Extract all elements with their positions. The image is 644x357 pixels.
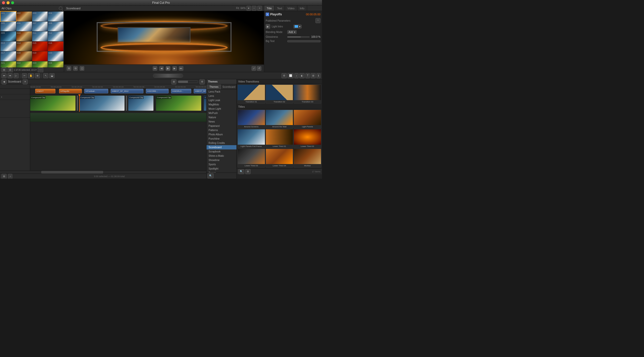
tl-clip-NEXT[interactable]: ↦ NEXT bbox=[35, 89, 55, 93]
toolbar-hand[interactable]: ✋ bbox=[28, 73, 34, 78]
video-clip-3[interactable]: Compound Clip bbox=[128, 96, 153, 111]
title-item-light-panels-full-frame[interactable]: Light Panels Full Frame bbox=[237, 129, 265, 148]
inspector-tab-text[interactable]: Text bbox=[274, 6, 285, 11]
clip-item-003[interactable]: 003 bbox=[32, 12, 48, 21]
toolbar-redo[interactable]: ➡ bbox=[8, 73, 13, 78]
fit-dropdown[interactable]: ▾ bbox=[247, 6, 251, 11]
themes-item-sports[interactable]: Sports bbox=[207, 162, 236, 167]
play-btn[interactable]: ▶ bbox=[166, 66, 170, 71]
toolbar-zoom[interactable]: ⊕ bbox=[35, 73, 40, 78]
video-clip-2[interactable]: Compound Clip bbox=[79, 96, 125, 111]
glossiness-slider[interactable] bbox=[287, 36, 310, 37]
minimize-button[interactable] bbox=[7, 1, 10, 4]
step-forward-btn[interactable]: ▶ bbox=[172, 66, 177, 71]
big-text-field[interactable] bbox=[287, 40, 320, 42]
title-item-lower-third-04[interactable]: Lower Third 04 bbox=[266, 149, 293, 168]
themes-item-shine-o-matic[interactable]: Shine-o-Matic bbox=[207, 154, 236, 158]
viewer-btn-2[interactable]: ⧉ bbox=[73, 66, 78, 71]
search-icon[interactable] bbox=[59, 7, 62, 10]
clip-item-005[interactable]: 005 bbox=[1, 22, 16, 31]
tl-snapping[interactable]: ⊞ bbox=[2, 174, 7, 179]
clip-item-010[interactable]: 010 bbox=[16, 31, 32, 41]
title-item-lower-third-01[interactable]: Lower Third 01 bbox=[266, 129, 293, 148]
tl-zoom-slider[interactable] bbox=[178, 81, 198, 83]
clip-item-001[interactable]: 001 bbox=[1, 12, 16, 21]
tl-clip-SCORE...[interactable]: ↦ SCORE... bbox=[146, 89, 169, 93]
clip-item-017[interactable]: 017 bbox=[1, 51, 16, 61]
themes-item-punchline[interactable]: Punchline bbox=[207, 137, 236, 141]
transition-item-transition-01[interactable]: Transition 01 bbox=[237, 85, 265, 104]
maximize-button[interactable] bbox=[11, 1, 14, 4]
go-to-start-btn[interactable]: ⏮ bbox=[153, 66, 157, 71]
tl-clip-WORLD...[interactable]: ↦ WORLD... bbox=[171, 89, 191, 93]
toolbar-select[interactable]: ↖ bbox=[43, 73, 48, 78]
clip-item-023[interactable]: 023 bbox=[32, 61, 48, 67]
toolbar-undo[interactable]: ⬅ bbox=[2, 73, 7, 78]
themes-tab-themes[interactable]: Themes bbox=[207, 84, 222, 89]
tl-clip-Football...[interactable]: ↦ Football... bbox=[84, 89, 108, 93]
clip-item-016[interactable]: 016 bbox=[48, 42, 63, 51]
go-to-end-btn[interactable]: ⏭ bbox=[179, 66, 183, 71]
clip-appearance-btn[interactable]: ⋯ bbox=[38, 67, 43, 72]
themes-item-photo-album[interactable]: Photo Album bbox=[207, 132, 236, 137]
clip-item-008[interactable]: 008 bbox=[48, 22, 63, 31]
list-view-btn[interactable]: ☰ bbox=[8, 67, 13, 72]
themes-item-patterns[interactable]: Patterns bbox=[207, 128, 236, 132]
full-screen-btn[interactable]: ⤢ bbox=[252, 66, 256, 71]
themes-item-rolling-credits[interactable]: Rolling Credits bbox=[207, 141, 236, 145]
toolbar-clip-conn[interactable]: ⬜ bbox=[288, 73, 294, 78]
clip-item-012[interactable]: 012 bbox=[48, 31, 63, 41]
themes-item-scoreboard[interactable]: Scoreboard bbox=[207, 145, 236, 149]
inspector-tab-video[interactable]: Video bbox=[285, 6, 297, 11]
viewer-btn-1[interactable]: ⊞ bbox=[67, 66, 71, 71]
title-item-lower-third-02[interactable]: Lower Third 02 bbox=[294, 129, 321, 148]
clip-item-021[interactable]: 021 bbox=[1, 61, 16, 67]
clip-item-022[interactable]: 022 bbox=[16, 61, 32, 67]
toolbar-settings[interactable]: ⚙ bbox=[281, 73, 287, 78]
tl-clip-BEST_OF_SEASON[interactable]: ↦ BEST_OF_SEASON bbox=[194, 89, 206, 93]
clip-item-011[interactable]: 011 bbox=[32, 31, 48, 41]
themes-tab-scoreboard[interactable]: Scoreboard bbox=[222, 84, 237, 89]
transition-item-transition-03[interactable]: Transition 03 bbox=[294, 85, 321, 104]
close-button[interactable] bbox=[2, 1, 5, 4]
themes-item-magmoto[interactable]: MagMoto bbox=[207, 102, 236, 107]
themes-item-lens-pack[interactable]: Lens Pack bbox=[207, 90, 236, 94]
toolbar-info[interactable]: ℹ bbox=[316, 73, 320, 78]
transition-item-transition-02[interactable]: Transition 02 bbox=[266, 85, 293, 104]
effects-options[interactable]: ⚙ bbox=[245, 169, 251, 174]
scrubber-bar[interactable] bbox=[153, 74, 183, 78]
loop-btn[interactable]: ↺ bbox=[257, 66, 261, 71]
themes-item-moon-light[interactable]: Moon Light bbox=[207, 107, 236, 111]
clip-item-013[interactable]: 013 bbox=[1, 42, 16, 51]
themes-item-light-leak[interactable]: Light Leak bbox=[207, 98, 236, 102]
inspector-tab-title[interactable]: Title bbox=[264, 6, 274, 11]
clip-item-009[interactable]: 009 bbox=[1, 31, 16, 41]
scroll-thumb[interactable] bbox=[41, 171, 103, 174]
clip-item-019[interactable]: 019 bbox=[32, 51, 48, 61]
clip-item-024[interactable]: 024 bbox=[48, 61, 63, 67]
video-clip-4[interactable]: Compound Clip bbox=[156, 96, 201, 111]
tl-audio[interactable]: ♪ bbox=[8, 174, 12, 179]
inspector-tab-info[interactable]: Info bbox=[297, 6, 307, 11]
light-intro-expand[interactable]: ▶ bbox=[266, 24, 270, 29]
step-back-btn[interactable]: ◀ bbox=[159, 66, 164, 71]
clip-item-018[interactable]: 018 bbox=[16, 51, 32, 61]
clip-item-015[interactable]: 015 bbox=[32, 42, 48, 51]
viewer-btn-3[interactable]: ◫ bbox=[80, 66, 84, 71]
tl-close-btn[interactable]: ✕ bbox=[23, 79, 28, 84]
title-item-lower-third-03[interactable]: Lower Third 03 bbox=[237, 149, 265, 168]
blending-dropdown[interactable]: Add ▾ bbox=[287, 30, 297, 34]
tl-zoom-fit[interactable]: ⊞ bbox=[171, 79, 176, 84]
tl-settings-btn[interactable]: ⚙ bbox=[199, 79, 205, 84]
video-clip-1[interactable]: Compound Clip bbox=[30, 96, 75, 111]
toolbar-captions[interactable]: T bbox=[305, 73, 310, 78]
toolbar-title[interactable]: ⊞ bbox=[311, 73, 316, 78]
themes-search[interactable]: 🔍 bbox=[208, 173, 214, 178]
tl-clip-BEST_OF_2012[interactable]: ↦ BEST_OF_2012 bbox=[111, 89, 143, 93]
inspector-collapse-btn[interactable]: ⌃ bbox=[315, 18, 320, 23]
toolbar-blade[interactable]: ✂ bbox=[22, 73, 27, 78]
clip-item-004[interactable]: 004 bbox=[48, 12, 63, 21]
traffic-lights[interactable] bbox=[2, 1, 14, 4]
title-item-mortise[interactable]: Mortise bbox=[294, 149, 321, 168]
tl-back-btn[interactable]: ◀ bbox=[2, 79, 7, 84]
